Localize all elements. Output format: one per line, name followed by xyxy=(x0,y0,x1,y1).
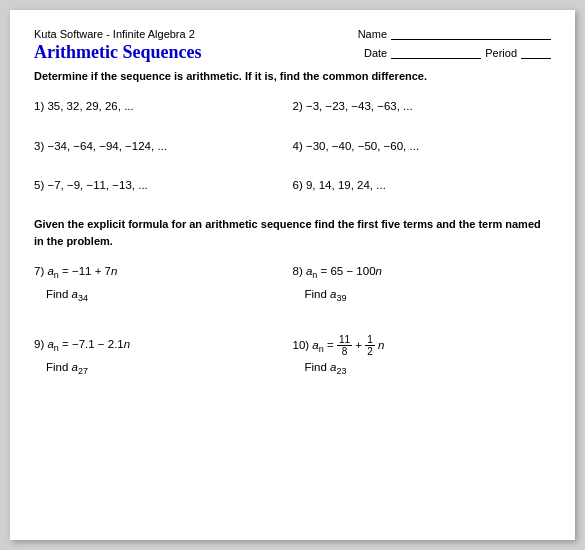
problem-10-number: 10) xyxy=(293,339,313,351)
problem-10-denom1: 8 xyxy=(340,346,350,357)
problem-7: 7) an = −11 + 7n Find a34 xyxy=(34,261,293,334)
date-underline xyxy=(391,47,481,59)
problem-2: 2) −3, −23, −43, −63, ... xyxy=(293,98,552,137)
problem-6: 6) 9, 14, 19, 24, ... xyxy=(293,177,552,216)
header-second: Arithmetic Sequences Date Period xyxy=(34,42,551,63)
period-underline xyxy=(521,47,551,59)
problem-6-number: 6) xyxy=(293,179,306,191)
problem-10-n: n xyxy=(378,339,384,351)
problem-8-find: Find a39 xyxy=(305,284,552,306)
problem-8-formula: = 65 − 100 xyxy=(321,265,376,277)
problem-7-number: 7) xyxy=(34,265,47,277)
problem-9-formula-line: 9) an = −7.1 − 2.1n xyxy=(34,334,293,356)
problem-9-formula: = −7.1 − 2.1 xyxy=(62,338,124,350)
problem-9-find: Find a27 xyxy=(46,357,293,379)
problem-10-find-sub: 23 xyxy=(336,366,346,376)
problem-7-find: Find a34 xyxy=(46,284,293,306)
problem-8-number: 8) xyxy=(293,265,306,277)
problem-10-a-sub: n xyxy=(319,344,324,354)
problem-10-numer2: 1 xyxy=(365,334,375,346)
problem-3: 3) −34, −64, −94, −124, ... xyxy=(34,138,293,177)
date-period-line: Date Period xyxy=(364,47,551,59)
problem-9-number: 9) xyxy=(34,338,47,350)
problem-10-equals: = xyxy=(327,339,337,351)
problem-10-fraction2: 1 2 xyxy=(365,334,375,357)
problem-7-find-sub: 34 xyxy=(78,293,88,303)
problem-7-formula-line: 7) an = −11 + 7n xyxy=(34,261,293,283)
problem-5-text: −7, −9, −11, −13, ... xyxy=(47,179,147,191)
date-label: Date xyxy=(364,47,387,59)
problem-3-text: −34, −64, −94, −124, ... xyxy=(47,140,167,152)
software-title: Kuta Software - Infinite Algebra 2 xyxy=(34,28,195,40)
problem-4-number: 4) xyxy=(293,140,306,152)
problem-2-text: −3, −23, −43, −63, ... xyxy=(306,100,413,112)
problem-2-number: 2) xyxy=(293,100,306,112)
problem-7-equals: = −11 + 7 xyxy=(62,265,111,277)
problem-9: 9) an = −7.1 − 2.1n Find a27 xyxy=(34,334,293,408)
problem-6-text: 9, 14, 19, 24, ... xyxy=(306,179,386,191)
problem-8-find-sub: 39 xyxy=(336,293,346,303)
problem-7-a-sub: n xyxy=(54,270,59,280)
problem-1: 1) 35, 32, 29, 26, ... xyxy=(34,98,293,137)
problem-1-number: 1) xyxy=(34,100,47,112)
problem-8-a-sub: n xyxy=(312,270,317,280)
problem-5: 5) −7, −9, −11, −13, ... xyxy=(34,177,293,216)
problem-10-fraction1: 11 8 xyxy=(337,334,352,357)
problem-1-text: 35, 32, 29, 26, ... xyxy=(47,100,133,112)
name-line: Name xyxy=(358,28,551,40)
period-label: Period xyxy=(485,47,517,59)
worksheet-title: Arithmetic Sequences xyxy=(34,42,201,63)
problem-8: 8) an = 65 − 100n Find a39 xyxy=(293,261,552,334)
problem-10-denom2: 2 xyxy=(365,346,375,357)
section1-problems-grid: 1) 35, 32, 29, 26, ... 2) −3, −23, −43, … xyxy=(34,98,551,216)
problem-9-a-sub: n xyxy=(54,343,59,353)
name-underline xyxy=(391,28,551,40)
problem-8-formula-line: 8) an = 65 − 100n xyxy=(293,261,552,283)
section2-problems-grid: 7) an = −11 + 7n Find a34 8) an = 65 − 1… xyxy=(34,261,551,407)
worksheet-page: Kuta Software - Infinite Algebra 2 Name … xyxy=(10,10,575,540)
problem-10-find: Find a23 xyxy=(305,357,552,379)
problem-9-n: n xyxy=(124,338,130,350)
problem-4-text: −30, −40, −50, −60, ... xyxy=(306,140,419,152)
problem-8-n: n xyxy=(376,265,382,277)
problem-9-find-sub: 27 xyxy=(78,366,88,376)
problem-10-formula-line: 10) an = 11 8 + 1 2 n xyxy=(293,334,552,357)
section2-instructions: Given the explicit formula for an arithm… xyxy=(34,216,551,249)
problem-10-plus: + xyxy=(355,339,365,351)
problem-3-number: 3) xyxy=(34,140,47,152)
problem-5-number: 5) xyxy=(34,179,47,191)
section1-instructions: Determine if the sequence is arithmetic.… xyxy=(34,69,551,84)
problem-7-n: n xyxy=(111,265,117,277)
header-top: Kuta Software - Infinite Algebra 2 Name xyxy=(34,28,551,40)
problem-10: 10) an = 11 8 + 1 2 n Find a23 xyxy=(293,334,552,408)
name-label: Name xyxy=(358,28,387,40)
problem-4: 4) −30, −40, −50, −60, ... xyxy=(293,138,552,177)
problem-10-numer1: 11 xyxy=(337,334,352,346)
